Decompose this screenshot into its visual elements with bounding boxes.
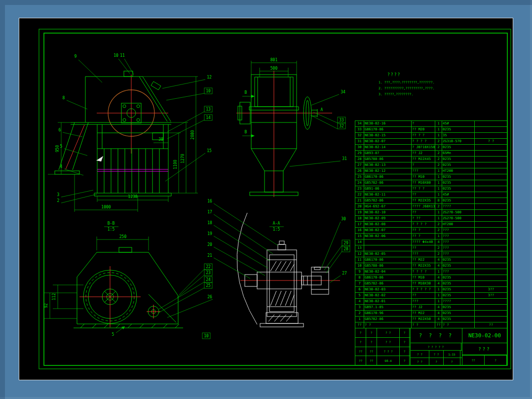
bom-cell — [475, 257, 508, 263]
bom-cell: 16 — [355, 228, 364, 234]
bom-header-row: ??? ?? ???? ??? — [355, 322, 508, 328]
title-block-right-bottom: ??? — [462, 355, 507, 365]
bom-cell: NE30-02-09 — [364, 216, 412, 222]
bom-cell: 18 — [355, 216, 364, 222]
bom-cell: ??? — [442, 251, 475, 257]
bom-cell: NE30-02-02 — [364, 293, 412, 299]
bom-cell — [475, 245, 508, 251]
bom-cell: ?? — [355, 322, 364, 328]
section-b-b-view — [44, 227, 213, 333]
balloon-16: 16 — [207, 199, 212, 203]
title-block-cell: ? — [355, 338, 366, 347]
break-line — [237, 213, 257, 324]
title-block-row: ? ??? — [411, 358, 462, 365]
title-block-cell: ? ? — [429, 351, 444, 358]
bom-cell: 32 — [355, 133, 364, 139]
balloon-9: 9 — [75, 54, 77, 59]
balloon-13: 13 — [206, 107, 211, 112]
bom-cell: 0235 — [442, 281, 475, 287]
notes-title: ???? — [387, 73, 462, 77]
bom-cell: NE30-02-16 — [364, 121, 412, 127]
bom-row: 15NE30-02-06?? ?1??? — [355, 234, 508, 239]
bom-cell: GB5782-86 — [364, 198, 412, 204]
note-line: 2. ??????????,?????????,????. — [379, 85, 462, 91]
bom-cell — [475, 162, 508, 168]
bom-cell — [475, 305, 508, 311]
bom-cell: 1 — [435, 269, 442, 275]
title-block-row: ??? ?? — [355, 337, 410, 347]
balloon-21: 21 — [207, 253, 212, 258]
balloon-32: 32 — [339, 124, 344, 128]
balloon-26: 26 — [207, 295, 212, 299]
bom-cell — [475, 269, 508, 275]
bom-cell: 2 — [355, 311, 364, 317]
bom-cell — [475, 145, 508, 151]
bom-cell: 2 — [435, 139, 442, 145]
balloon-30: 30 — [341, 217, 346, 221]
bom-cell — [475, 222, 508, 228]
bom-cell — [475, 299, 508, 305]
bom-cell: GB6170-86 — [364, 275, 412, 281]
dimension: 250 — [119, 235, 127, 239]
title-block-cell: ?? — [355, 356, 366, 365]
bom-cell: ???? — [442, 299, 475, 305]
dimension: 92 — [44, 303, 48, 308]
balloon-22: 22 — [206, 265, 211, 269]
bom-cell: ?? ? — [412, 228, 435, 234]
bom-cell: 0235 — [442, 287, 475, 293]
bom-cell: 33 — [355, 127, 364, 133]
bom-cell: 2 — [435, 222, 442, 228]
balloon-27: 27 — [342, 271, 347, 276]
balloon-25: 25 — [206, 283, 211, 288]
balloon-14: 14 — [206, 116, 211, 120]
bom-cell — [475, 186, 508, 192]
bom-cell — [475, 281, 508, 287]
bom-cell: 0235 — [442, 180, 475, 186]
title-block-row: ? ?? ?1:15 — [411, 350, 462, 358]
bom-cell: 0235 — [442, 317, 475, 322]
bom-cell: NE30-02-05 — [364, 251, 412, 257]
bom-cell: GB6170-96 — [364, 311, 412, 317]
bom-cell: ? ? — [364, 322, 412, 328]
bom-cell — [475, 121, 508, 127]
title-block-right: NE30-02-00 ??? ??? — [462, 328, 507, 365]
bom-cell: 4 — [435, 239, 442, 245]
title-block-cell: ? — [400, 328, 410, 337]
bom-cell: 9 — [355, 269, 364, 275]
bom-cell: 2 — [435, 204, 442, 210]
view-label: 5 — [112, 332, 114, 337]
bom-cell — [475, 210, 508, 216]
dimension: 500 — [270, 66, 278, 71]
bom-cell: ? ? — [442, 322, 475, 328]
bom-row: 1GB5782-86?? MJ2X5040235 — [355, 317, 508, 322]
bom-cell: 30 — [355, 145, 364, 151]
bom-cell: 0235 — [442, 127, 475, 133]
balloon-15: 15 — [207, 149, 212, 153]
bom-row: 21GB5782-86?? MJ2X3580235 — [355, 198, 508, 204]
bom-cell: ?? MJ2X35 — [412, 198, 435, 204]
title-block-cell: ? — [429, 358, 444, 365]
bom-cell: 2 — [435, 145, 442, 151]
bom-cell: 7 — [355, 281, 364, 287]
bom-cell: 4 — [435, 317, 442, 322]
bom-row: 7GB5782-86?? M10X3040235 — [355, 281, 508, 287]
title-block-middle: ? ? ? ? ? ? ? ? ?? ?? ?1:15? ??? — [410, 328, 462, 365]
bom-cell: 1 — [435, 216, 442, 222]
bom-row: 4NE30-02-01???1???? — [355, 299, 508, 305]
bom-cell: ?? M10 — [412, 174, 435, 180]
bom-cell: 11 — [355, 257, 364, 263]
bom-cell: 29 — [355, 151, 364, 157]
balloon-28: 28 — [343, 247, 348, 251]
bom-cell: ?? — [412, 210, 435, 216]
bom-cell: 2 — [435, 151, 442, 157]
bom-cell: ? JB?18X158 — [412, 145, 435, 151]
bom-cell: 23 — [355, 186, 364, 192]
aa-balloon-leaders — [214, 203, 342, 282]
bom-row: 17NE30-02-08? ? ? ?2HT200 — [355, 222, 508, 228]
bom-row: 34NE30-02-16?145# — [355, 121, 508, 127]
title-block-cell: ? — [355, 328, 366, 337]
bom-cell: 0235 — [442, 257, 475, 263]
bom-cell: ?? — [412, 192, 435, 198]
bom-cell: ???? J60X130X15 — [412, 204, 435, 210]
bom-cell: 65Mn — [442, 151, 475, 157]
